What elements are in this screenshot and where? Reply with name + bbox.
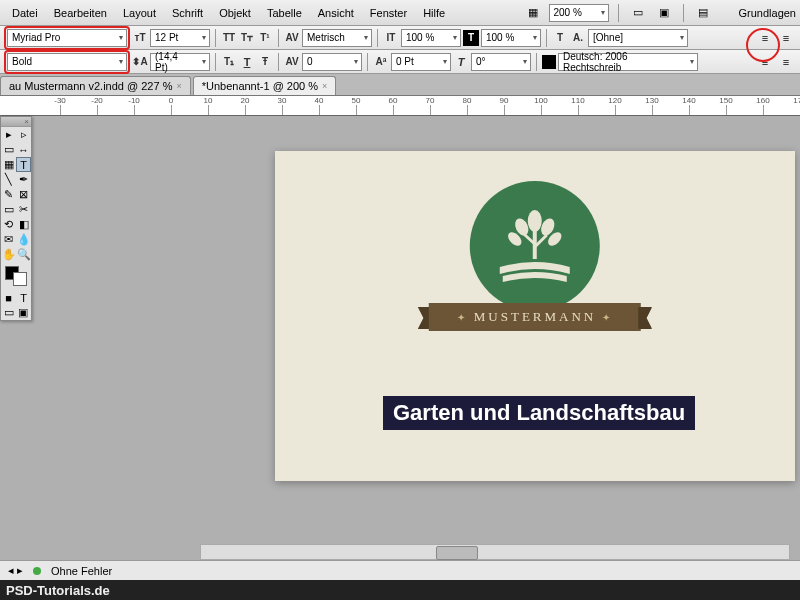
fill-swatch-icon[interactable] — [542, 55, 556, 69]
menu-bar: Datei Bearbeiten Layout Schrift Objekt T… — [0, 0, 800, 26]
tracking-icon: AV — [284, 54, 300, 70]
hand-tool-icon[interactable]: ✋ — [1, 247, 16, 262]
vscale-dropdown[interactable]: 100 % — [401, 29, 461, 47]
menu-objekt[interactable]: Objekt — [211, 3, 259, 23]
font-size-icon: тT — [132, 30, 148, 46]
document-tabs: au Mustermann v2.indd @ 227 %× *Unbenann… — [0, 74, 800, 96]
horizontal-scrollbar[interactable] — [200, 544, 790, 560]
workspace: × ▸ ▹ ▭ ↔ ▦ T ╲ ✒ ✎ ⊠ ▭ ✂ ⟲ ◧ ✉ 💧 ✋ 🔍 ■ … — [0, 116, 800, 576]
bridge-icon[interactable]: ▦ — [523, 4, 543, 22]
baseline-dropdown[interactable]: 0 Pt — [391, 53, 451, 71]
hscale-icon: T — [463, 30, 479, 46]
close-icon[interactable]: × — [322, 81, 327, 91]
close-icon[interactable]: × — [176, 81, 181, 91]
menu-datei[interactable]: Datei — [4, 3, 46, 23]
selection-tool-icon[interactable]: ▸ — [1, 127, 16, 142]
transform-tool-icon[interactable]: ⟲ — [1, 217, 16, 232]
panel-grip[interactable]: × — [1, 117, 31, 127]
charstyle-a-icon: A. — [570, 30, 586, 46]
menu-hilfe[interactable]: Hilfe — [415, 3, 453, 23]
preflight-status-icon[interactable] — [33, 567, 41, 575]
menu-ansicht[interactable]: Ansicht — [310, 3, 362, 23]
view-mode-row[interactable]: ▭ ▣ — [1, 305, 31, 320]
screen-mode-icon[interactable]: ▣ — [654, 4, 674, 22]
apply-text-icon[interactable]: T — [16, 290, 31, 305]
arrange-icon[interactable]: ▤ — [693, 4, 713, 22]
content-tool-icon[interactable]: ▦ — [1, 157, 16, 172]
eyedropper-tool-icon[interactable]: 💧 — [16, 232, 31, 247]
tree-icon — [495, 199, 575, 289]
menu-tabelle[interactable]: Tabelle — [259, 3, 310, 23]
scissors-tool-icon[interactable]: ✂ — [16, 202, 31, 217]
gap-tool-icon[interactable]: ↔ — [16, 142, 31, 157]
menu-fenster[interactable]: Fenster — [362, 3, 415, 23]
charstyle-icon: T — [552, 30, 568, 46]
status-bar: ◂ ▸ Ohne Fehler — [0, 560, 800, 580]
gradient-tool-icon[interactable]: ◧ — [16, 217, 31, 232]
hscale-dropdown[interactable]: 100 % — [481, 29, 541, 47]
leading-icon: ⬍A — [132, 54, 148, 70]
align-justify2-icon[interactable]: ≡ — [776, 53, 796, 71]
logo-graphic: MUSTERMANN — [429, 181, 641, 331]
align-justify-icon[interactable]: ≡ — [755, 53, 775, 71]
horizontal-ruler[interactable]: -30-20-100102030405060708090100110120130… — [0, 96, 800, 116]
strike-icon[interactable]: Ŧ — [257, 54, 273, 70]
skew-dropdown[interactable]: 0° — [471, 53, 531, 71]
line-tool-icon[interactable]: ╲ — [1, 172, 16, 187]
kerning-icon: AV — [284, 30, 300, 46]
charstyle-dropdown[interactable]: [Ohne] — [588, 29, 688, 47]
view-mode-icon[interactable]: ▭ — [628, 4, 648, 22]
page-nav[interactable]: ◂ ▸ — [8, 564, 23, 577]
doc-tab-2[interactable]: *Unbenannt-1 @ 200 %× — [193, 76, 337, 95]
frame-tool-icon[interactable]: ⊠ — [16, 187, 31, 202]
menu-layout[interactable]: Layout — [115, 3, 164, 23]
watermark: PSD-Tutorials.de — [0, 580, 800, 600]
document-canvas[interactable]: MUSTERMANN Garten und Landschaftsbau — [275, 151, 795, 481]
font-size-dropdown[interactable]: 12 Pt — [150, 29, 210, 47]
workspace-switcher[interactable]: Grundlagen — [739, 7, 797, 19]
tab-label: *Unbenannt-1 @ 200 % — [202, 80, 318, 92]
leading-dropdown[interactable]: (14,4 Pt) — [150, 53, 210, 71]
vscale-icon: IT — [383, 30, 399, 46]
language-dropdown[interactable]: Deutsch: 2006 Rechtschreib — [558, 53, 698, 71]
align-center-icon[interactable]: ≡ — [776, 29, 796, 47]
pen-tool-icon[interactable]: ✒ — [16, 172, 31, 187]
baseline-icon: Aª — [373, 54, 389, 70]
fill-stroke-icon[interactable] — [1, 262, 31, 290]
zoom-level-dropdown[interactable]: 200 % — [549, 4, 609, 22]
type-tool-icon[interactable]: T — [16, 157, 31, 172]
direct-select-tool-icon[interactable]: ▹ — [16, 127, 31, 142]
font-family-dropdown[interactable]: Myriad Pro — [7, 29, 127, 47]
apply-color-icon[interactable]: ■ — [1, 290, 16, 305]
zoom-tool-icon[interactable]: 🔍 — [16, 247, 31, 262]
align-left-icon[interactable]: ≡ — [755, 29, 775, 47]
preflight-label: Ohne Fehler — [51, 565, 112, 577]
menu-bearbeiten[interactable]: Bearbeiten — [46, 3, 115, 23]
kerning-dropdown[interactable]: Metrisch — [302, 29, 372, 47]
logo-ribbon: MUSTERMANN — [429, 303, 641, 331]
headline-text[interactable]: Garten und Landschaftsbau — [383, 396, 695, 430]
skew-icon: T — [453, 54, 469, 70]
menu-schrift[interactable]: Schrift — [164, 3, 211, 23]
superscript-icon[interactable]: T¹ — [257, 30, 273, 46]
tools-panel: × ▸ ▹ ▭ ↔ ▦ T ╲ ✒ ✎ ⊠ ▭ ✂ ⟲ ◧ ✉ 💧 ✋ 🔍 ■ … — [0, 116, 32, 321]
note-tool-icon[interactable]: ✉ — [1, 232, 16, 247]
svg-point-0 — [528, 210, 542, 232]
doc-tab-1[interactable]: au Mustermann v2.indd @ 227 %× — [0, 76, 191, 95]
tab-label: au Mustermann v2.indd @ 227 % — [9, 80, 172, 92]
logo-text: MUSTERMANN — [429, 303, 641, 331]
font-weight-dropdown[interactable]: Bold — [7, 53, 127, 71]
control-panel: Myriad Pro тT 12 Pt TT Tᴛ T¹ AV Metrisch… — [0, 26, 800, 74]
smallcaps-icon[interactable]: Tᴛ — [239, 30, 255, 46]
subscript-icon[interactable]: T₁ — [221, 54, 237, 70]
allcaps-icon[interactable]: TT — [221, 30, 237, 46]
rectangle-tool-icon[interactable]: ▭ — [1, 202, 16, 217]
pencil-tool-icon[interactable]: ✎ — [1, 187, 16, 202]
page-tool-icon[interactable]: ▭ — [1, 142, 16, 157]
underline-icon[interactable]: T — [239, 54, 255, 70]
tracking-dropdown[interactable]: 0 — [302, 53, 362, 71]
paragraph-align-group: ≡ ≡ — [755, 29, 796, 47]
